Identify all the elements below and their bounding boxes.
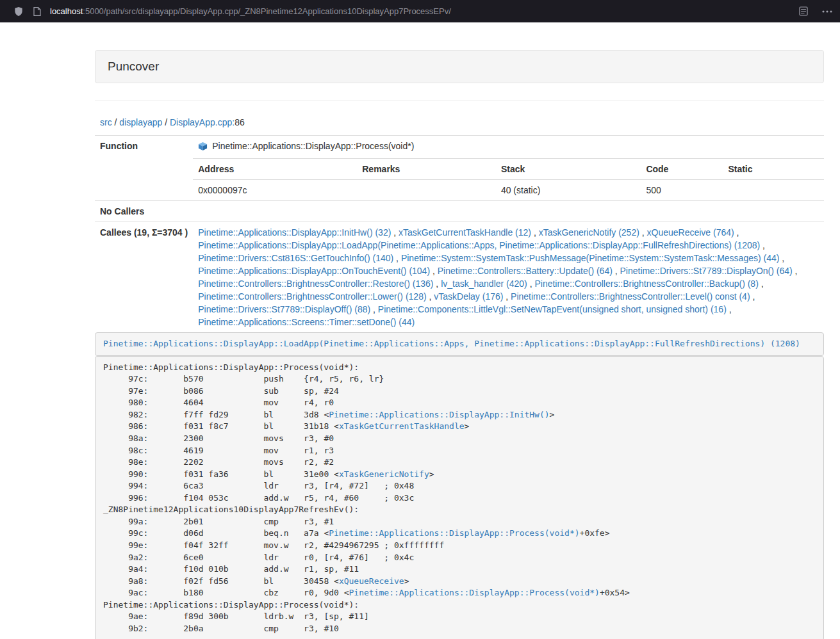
detail-value-remarks — [357, 180, 496, 201]
browser-toolbar: localhost:5000/path/src/displayapp/Displ… — [0, 0, 840, 22]
callee-link[interactable]: Pinetime::System::SystemTask::PushMessag… — [401, 253, 780, 263]
callee-link[interactable]: xTaskGenericNotify (252) — [539, 227, 639, 238]
callee-separator: , — [727, 304, 732, 314]
callee-link[interactable]: Pinetime::Controllers::BrightnessControl… — [198, 291, 426, 302]
callees-label: Callees (19, Σ=3704 ) — [95, 222, 193, 333]
code-symbol-link[interactable]: xTaskGenericNotify — [339, 469, 429, 479]
detail-value-row: 0x0000097c40 (static)500 — [193, 180, 824, 201]
code-symbol-link[interactable]: xQueueReceive — [339, 576, 404, 586]
detail-column-header: Static — [723, 159, 824, 180]
url-path: :5000/path/src/displayapp/DisplayApp.cpp… — [83, 6, 451, 16]
callee-separator: , — [531, 227, 539, 238]
callee-separator: , — [793, 266, 798, 276]
url-host: localhost — [50, 6, 83, 16]
breadcrumb-link[interactable]: DisplayApp.cpp: — [170, 117, 235, 127]
callee-separator: , — [391, 227, 399, 238]
symbol-heading-link[interactable]: Pinetime::Applications::DisplayApp::Load… — [103, 339, 800, 348]
callee-separator: , — [427, 291, 434, 302]
breadcrumb-separator: / — [112, 117, 120, 127]
breadcrumb: src / displayapp / DisplayApp.cpp:86 — [95, 116, 824, 129]
callee-link[interactable]: Pinetime::Controllers::BrightnessControl… — [198, 279, 433, 289]
callee-separator: , — [779, 253, 784, 263]
detail-value-address: 0x0000097c — [193, 180, 357, 201]
callee-separator: , — [760, 240, 765, 250]
page-info-icon[interactable] — [33, 7, 41, 16]
callees-row: Callees (19, Σ=3704 ) Pinetime::Applicat… — [95, 222, 824, 333]
breadcrumb-separator: / — [162, 117, 170, 127]
detail-column-header: Code — [641, 159, 723, 180]
callee-link[interactable]: Pinetime::Applications::Screens::Timer::… — [198, 317, 415, 327]
callee-link[interactable]: lv_task_handler (420) — [441, 279, 527, 289]
method-icon — [198, 142, 208, 154]
tracking-shield-icon[interactable] — [14, 6, 23, 17]
code-symbol-link[interactable]: Pinetime::Applications::DisplayApp::Init… — [329, 410, 549, 419]
callee-separator: , — [639, 227, 647, 238]
detail-header-row: AddressRemarksStackCodeStatic — [193, 159, 824, 180]
function-row-label: Function — [95, 136, 193, 201]
callee-link[interactable]: Pinetime::Applications::DisplayApp::OnTo… — [198, 266, 430, 276]
callee-separator: , — [430, 266, 438, 276]
callee-link[interactable]: xQueueReceive (764) — [647, 227, 734, 238]
app-header-panel: Puncover — [95, 50, 824, 83]
function-detail-row: AddressRemarksStackCodeStatic 0x0000097c… — [95, 159, 824, 201]
callee-separator: , — [433, 279, 441, 289]
symbol-heading-panel: Pinetime::Applications::DisplayApp::Load… — [95, 332, 824, 356]
no-callers-label: No Callers — [95, 201, 193, 222]
code-symbol-link[interactable]: Pinetime::Applications::DisplayApp::Proc… — [329, 528, 579, 538]
callee-separator: , — [613, 266, 620, 276]
detail-value-static — [723, 180, 824, 201]
function-detail-table: AddressRemarksStackCodeStatic 0x0000097c… — [193, 159, 824, 200]
detail-column-header: Address — [193, 159, 357, 180]
function-row: Function Pinetime::Applications::Display… — [95, 136, 824, 159]
reader-view-icon[interactable] — [799, 6, 808, 16]
callee-separator: , — [393, 253, 401, 263]
code-symbol-link[interactable]: Pinetime::Applications::DisplayApp::Proc… — [349, 588, 600, 597]
callee-link[interactable]: Pinetime::Components::LittleVgl::SetNewT… — [378, 304, 727, 314]
callee-link[interactable]: vTaskDelay (176) — [434, 291, 503, 302]
callees-cell: Pinetime::Applications::DisplayApp::Init… — [193, 222, 824, 333]
callee-separator: , — [503, 291, 511, 302]
breadcrumb-link[interactable]: displayapp — [119, 117, 162, 127]
callee-link[interactable]: Pinetime::Controllers::BrightnessControl… — [534, 279, 758, 289]
callee-link[interactable]: Pinetime::Drivers::St7789::DisplayOff() … — [198, 304, 370, 314]
callee-separator: , — [759, 279, 764, 289]
callee-link[interactable]: Pinetime::Applications::DisplayApp::Init… — [198, 227, 391, 238]
callee-link[interactable]: Pinetime::Applications::DisplayApp::Load… — [198, 240, 760, 250]
callers-row: No Callers — [95, 201, 824, 222]
callers-cell — [193, 201, 824, 222]
callee-link[interactable]: Pinetime::Controllers::Battery::Update()… — [438, 266, 613, 276]
callee-link[interactable]: Pinetime::Controllers::BrightnessControl… — [511, 291, 750, 302]
function-name-cell: Pinetime::Applications::DisplayApp::Proc… — [193, 136, 824, 159]
detail-column-header: Remarks — [357, 159, 496, 180]
url-bar[interactable]: localhost:5000/path/src/displayapp/Displ… — [50, 6, 799, 16]
section-divider — [95, 100, 824, 101]
function-name: Pinetime::Applications::DisplayApp::Proc… — [212, 141, 414, 151]
callee-link[interactable]: Pinetime::Drivers::St7789::DisplayOn() (… — [620, 266, 793, 276]
function-detail-cell: AddressRemarksStackCodeStatic 0x0000097c… — [193, 159, 824, 201]
page-content: Puncover src / displayapp / DisplayApp.c… — [95, 22, 824, 639]
callee-separator: , — [750, 291, 755, 302]
callee-separator: , — [370, 304, 378, 314]
disassembly: Pinetime::Applications::DisplayApp::Proc… — [95, 356, 824, 639]
app-title: Puncover — [108, 60, 159, 73]
function-table: Function Pinetime::Applications::Display… — [95, 135, 824, 332]
callee-link[interactable]: xTaskGetCurrentTaskHandle (12) — [399, 227, 531, 238]
callee-link[interactable]: Pinetime::Drivers::Cst816S::GetTouchInfo… — [198, 253, 393, 263]
detail-value-code: 500 — [641, 180, 723, 201]
breadcrumb-link[interactable]: src — [100, 117, 112, 127]
breadcrumb-line-number: 86 — [235, 117, 245, 127]
detail-column-header: Stack — [496, 159, 641, 180]
callee-separator: , — [527, 279, 535, 289]
detail-value-stack: 40 (static) — [496, 180, 641, 201]
code-symbol-link[interactable]: xTaskGetCurrentTaskHandle — [339, 421, 465, 431]
callee-separator: , — [734, 227, 739, 238]
more-tools-icon[interactable] — [822, 10, 832, 13]
